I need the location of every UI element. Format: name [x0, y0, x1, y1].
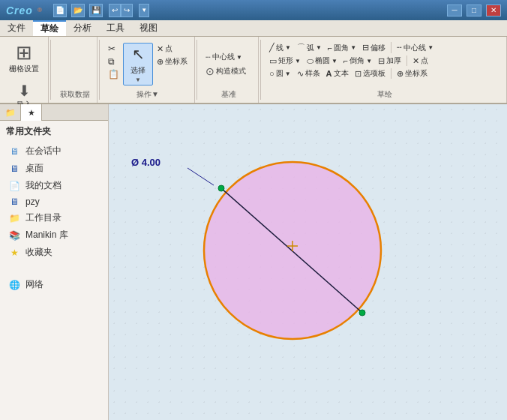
chamfer-button[interactable]: ⌐ 倒角▼: [341, 55, 374, 67]
menu-file[interactable]: 文件: [0, 20, 33, 36]
menu-bar: 文件 草绘 分析 工具 视图: [0, 20, 507, 37]
sketch-divider-2: [406, 56, 407, 66]
ellipse-icon: ⬭: [307, 56, 314, 66]
divider-2: [99, 40, 100, 100]
panel-item-workdir[interactable]: 📁 工作目录: [6, 209, 102, 226]
grid-setup-label: 栅格设置: [9, 64, 39, 74]
ribbon: ⊞ 栅格设置 ⬇ 导入 设置▼ 获取数据 ✂ ⧉: [0, 37, 507, 104]
pzy-icon: 🖥: [8, 196, 21, 207]
center-line-button[interactable]: ╌ 中心线 ▼: [203, 51, 254, 63]
fillet-icon: ⌐: [328, 44, 332, 52]
session-icon: 🖥: [8, 146, 21, 157]
line-button[interactable]: ╱ 线▼: [267, 42, 293, 54]
sketch-row-1: ╱ 线▼ ⌒ 弧▼ ⌐ 圆角▼ ⊟ 偏移 ╌ 中心线▼: [267, 41, 502, 54]
panel-tab-favorites[interactable]: ★: [21, 104, 42, 121]
panel-item-favorites[interactable]: ★ 收藏夹: [6, 244, 102, 261]
select-button[interactable]: ↖ 选择 ▼: [123, 43, 153, 86]
menu-tools[interactable]: 工具: [99, 20, 132, 36]
menu-view[interactable]: 视图: [132, 20, 165, 36]
thicken-label: 加厚: [386, 56, 401, 66]
coord-sys-button[interactable]: ⊕ 坐标系: [154, 56, 190, 68]
panel-item-network[interactable]: 🌐 网络: [6, 276, 102, 293]
offset-label: 偏移: [370, 43, 386, 53]
coord-sys-sketch-button[interactable]: ⊕ 坐标系: [394, 68, 430, 80]
construction-label: 构造模式: [216, 66, 246, 76]
menu-analysis[interactable]: 分析: [66, 20, 99, 36]
redo-button[interactable]: ↪: [121, 4, 133, 17]
save-button[interactable]: 💾: [89, 4, 103, 17]
title-bar: Creo ® 📄 📂 💾 ↩ ↪ ▼ ─ □ ✕: [0, 0, 507, 20]
panel-spacer: [6, 261, 102, 276]
canvas-area[interactable]: Ø 4.00: [109, 104, 507, 420]
maximize-button[interactable]: □: [466, 4, 482, 16]
close-button[interactable]: ✕: [486, 4, 501, 16]
toolbar-more-button[interactable]: ▼: [139, 4, 149, 17]
dim-leader: [188, 168, 214, 185]
copy-button[interactable]: ⧉: [106, 56, 122, 68]
panel-item-desktop[interactable]: 🖥 桌面: [6, 160, 102, 177]
circle-button[interactable]: ○ 圆▼: [267, 68, 293, 80]
menu-sketch[interactable]: 草绘: [33, 20, 66, 36]
thicken-button[interactable]: ⊟ 加厚: [376, 55, 404, 67]
grid-setup-button[interactable]: ⊞ 栅格设置: [4, 40, 44, 77]
spline-label: 样条: [305, 68, 320, 79]
network-label: 网络: [26, 278, 44, 291]
panel-tab-folder[interactable]: 📁: [0, 104, 21, 121]
ellipse-button[interactable]: ⬭ 椭圆▼: [304, 55, 340, 67]
open-file-button[interactable]: 📂: [71, 4, 85, 17]
text-button[interactable]: A 文本: [324, 68, 351, 80]
get-data-group-label: 获取数据: [60, 89, 90, 101]
panel-item-my-docs[interactable]: 📄 我的文档: [6, 177, 102, 194]
manikin-icon: 📚: [8, 230, 21, 241]
construction-icon: ⊙: [206, 65, 214, 77]
cursor-icon: ↖: [132, 45, 145, 63]
point-sk-label: 点: [421, 56, 428, 66]
divider-1: [50, 40, 51, 100]
select-label: 选择: [130, 65, 146, 76]
ops-col3: ✕ 点 ⊕ 坐标系: [154, 43, 190, 68]
arc-button[interactable]: ⌒ 弧▼: [295, 41, 324, 54]
coord-sk-label: 坐标系: [405, 68, 428, 79]
select-arrow: ▼: [135, 76, 141, 83]
coord-label: 坐标系: [165, 56, 188, 67]
circle-label: 圆: [276, 68, 284, 79]
desktop-icon: 🖥: [8, 164, 21, 174]
scissors-button[interactable]: ✂: [106, 43, 122, 55]
panel-item-pzy[interactable]: 🖥 pzy: [6, 194, 102, 209]
divider-3: [196, 40, 197, 100]
left-panel: 📁 ★ 常用文件夹 🖥 在会话中 🖥 桌面 📄 我的文档 🖥 pzy: [0, 104, 109, 420]
import-icon: ⬇: [18, 83, 31, 98]
fillet-button[interactable]: ⌐ 圆角▼: [326, 42, 358, 54]
chamfer-label: 倒角: [350, 56, 364, 66]
sketch-divider-1: [391, 42, 392, 53]
panel-item-session[interactable]: 🖥 在会话中: [6, 142, 102, 160]
offset-button[interactable]: ⊟ 偏移: [360, 42, 388, 54]
paste-icon: 📋: [108, 69, 119, 80]
panel-item-manikin[interactable]: 📚 Manikin 库: [6, 226, 102, 244]
workdir-icon: 📁: [8, 213, 21, 224]
construction-mode-button[interactable]: ⊙ 构造模式: [203, 64, 254, 78]
rectangle-button[interactable]: ▭ 矩形▼: [267, 55, 303, 67]
palette-button[interactable]: ⊡ 选项板: [352, 68, 388, 80]
point-button[interactable]: ✕ 点: [154, 43, 190, 55]
center-line-arrow: ▼: [236, 54, 242, 61]
text-label: 文本: [334, 68, 349, 79]
panel-section-title: 常用文件夹: [6, 125, 102, 138]
fillet-label: 圆角: [334, 43, 349, 53]
spline-icon: ∿: [297, 69, 304, 79]
panel-tabs: 📁 ★: [0, 104, 108, 121]
undo-button[interactable]: ↩: [109, 4, 121, 17]
center-line-sketch-button[interactable]: ╌ 中心线▼: [394, 42, 436, 54]
sketch-group-label: 草绘: [377, 89, 392, 101]
palette-label: 选项板: [363, 68, 386, 79]
minimize-button[interactable]: ─: [447, 4, 462, 16]
point-label: 点: [165, 44, 172, 54]
coord-sk-icon: ⊕: [397, 69, 404, 79]
ribbon-group-setup: ⊞ 栅格设置 ⬇ 导入 设置▼: [0, 37, 49, 103]
new-file-button[interactable]: 📄: [53, 4, 67, 17]
manikin-label: Manikin 库: [26, 229, 68, 242]
point-sketch-button[interactable]: ✕ 点: [410, 55, 430, 67]
paste-button[interactable]: 📋: [106, 68, 122, 80]
spline-button[interactable]: ∿ 样条: [295, 68, 322, 80]
center-line-sk-icon: ╌: [397, 43, 402, 52]
